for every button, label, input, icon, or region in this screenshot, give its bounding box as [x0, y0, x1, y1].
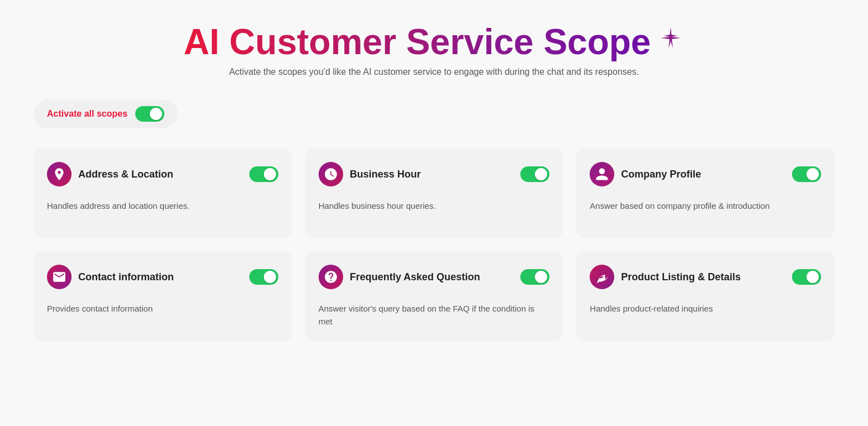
- activate-all-label: Activate all scopes: [47, 109, 127, 119]
- clock-icon: [319, 162, 343, 186]
- activate-all-toggle[interactable]: [135, 106, 164, 122]
- faq-icon: [319, 265, 343, 289]
- page-subtitle: Activate the scopes you'd like the AI cu…: [34, 67, 834, 77]
- toggle-address-location[interactable]: [249, 166, 278, 182]
- page-header: AI Customer Service Scope Activate the s…: [34, 22, 834, 77]
- toggle-business-hour[interactable]: [520, 166, 549, 182]
- card-desc-contact: Provides contact information: [47, 303, 278, 315]
- card-faq: Frequently Asked Question Answer visitor…: [305, 251, 563, 341]
- card-title-address: Address & Location: [78, 169, 173, 180]
- card-desc-faq: Answer visitor's query based on the FAQ …: [319, 303, 550, 328]
- card-desc-business: Handles business hour queries.: [319, 200, 550, 213]
- card-title-company: Company Profile: [621, 169, 701, 180]
- card-desc-company: Answer based on company profile & introd…: [590, 200, 821, 213]
- card-desc-product: Handles product-related inquiries: [590, 303, 821, 315]
- card-address-location: Address & Location Handles address and l…: [34, 149, 292, 238]
- card-product-listing: Product Listing & Details Handles produc…: [576, 251, 834, 341]
- card-title-faq: Frequently Asked Question: [350, 271, 480, 283]
- toggle-faq[interactable]: [520, 269, 549, 285]
- cards-grid: Address & Location Handles address and l…: [34, 149, 834, 341]
- card-company-profile: Company Profile Answer based on company …: [576, 149, 834, 238]
- person-icon: [590, 162, 614, 186]
- card-desc-address: Handles address and location queries.: [47, 200, 278, 213]
- toggle-contact-information[interactable]: [249, 269, 278, 285]
- card-title-business: Business Hour: [350, 169, 421, 180]
- product-icon: [590, 265, 614, 289]
- contact-icon: [47, 265, 72, 289]
- toggle-product-listing[interactable]: [792, 269, 821, 285]
- card-title-product: Product Listing & Details: [621, 271, 741, 283]
- toggle-company-profile[interactable]: [792, 166, 821, 182]
- page-title: AI Customer Service Scope: [184, 22, 685, 61]
- sparkle-icon: [657, 26, 684, 59]
- card-title-contact: Contact information: [78, 271, 174, 283]
- activate-all-bar: Activate all scopes: [34, 99, 834, 128]
- card-contact-information: Contact information Provides contact inf…: [34, 251, 292, 341]
- location-icon: [47, 162, 72, 186]
- activate-all-pill: Activate all scopes: [34, 99, 178, 128]
- card-business-hour: Business Hour Handles business hour quer…: [305, 149, 563, 238]
